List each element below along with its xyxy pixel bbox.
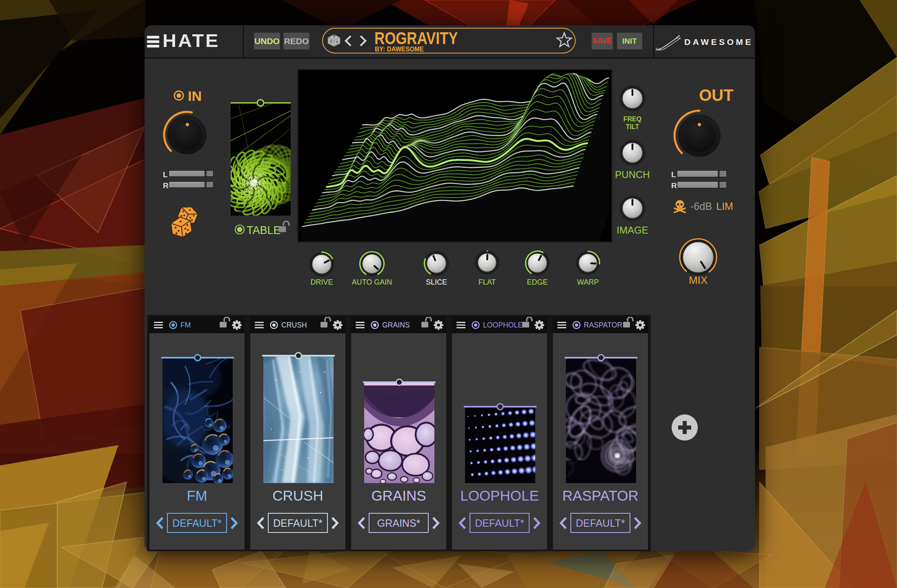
svg-text:TABLE: TABLE: [247, 224, 281, 236]
svg-text:MIX: MIX: [689, 274, 708, 286]
svg-text:IMAGE: IMAGE: [617, 225, 648, 236]
svg-text:EDGE: EDGE: [527, 278, 548, 286]
svg-text:FREQ: FREQ: [623, 116, 641, 122]
svg-text:OUT: OUT: [699, 86, 733, 104]
svg-text:L: L: [163, 170, 168, 179]
svg-text:LIM: LIM: [716, 200, 733, 212]
svg-text:R: R: [671, 181, 677, 190]
svg-text:SLICE: SLICE: [426, 278, 447, 286]
svg-text:WARP: WARP: [577, 278, 599, 286]
svg-text:AUTO GAIN: AUTO GAIN: [352, 278, 392, 286]
svg-text:DRIVE: DRIVE: [310, 278, 333, 286]
svg-text:FLAT: FLAT: [479, 278, 496, 286]
svg-text:IN: IN: [188, 88, 202, 104]
svg-text:-6dB: -6dB: [690, 200, 712, 212]
svg-text:TILT: TILT: [626, 123, 639, 130]
svg-text:PUNCH: PUNCH: [615, 169, 650, 180]
svg-text:R: R: [163, 181, 169, 190]
svg-text:L: L: [671, 170, 676, 179]
